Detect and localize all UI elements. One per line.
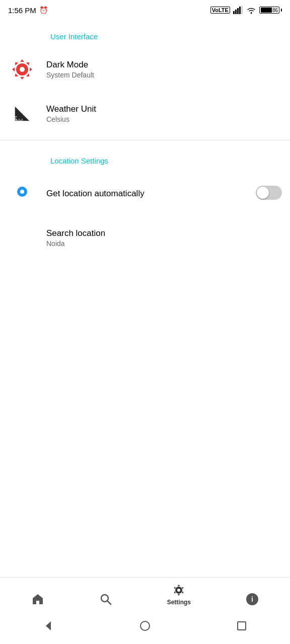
- search-icon: [99, 593, 112, 606]
- nav-item-info[interactable]: i: [238, 591, 267, 608]
- dark-mode-icon-wrap: [8, 55, 36, 84]
- weather-unit-item[interactable]: Weather Unit Celsius: [0, 92, 290, 136]
- svg-marker-34: [178, 594, 180, 596]
- svg-rect-2: [237, 8, 239, 14]
- svg-point-38: [177, 589, 180, 592]
- search-location-icon-wrap: [8, 224, 36, 252]
- search-location-text: Search location Noida: [46, 228, 282, 248]
- svg-text:i: i: [251, 595, 253, 603]
- svg-marker-13: [14, 61, 18, 65]
- svg-marker-41: [46, 621, 51, 630]
- battery-icon: 86: [259, 7, 282, 14]
- status-bar: 1:56 PM ⏰ VoLTE 86: [0, 0, 290, 20]
- bottom-nav-items: Settings i: [0, 582, 290, 608]
- weather-unit-value: Celsius: [46, 115, 282, 123]
- weather-unit-icon: [12, 104, 32, 124]
- weather-unit-label: Weather Unit: [46, 104, 282, 114]
- svg-point-28: [20, 190, 24, 194]
- weather-unit-text: Weather Unit Celsius: [46, 104, 282, 123]
- status-time: 1:56 PM ⏰: [8, 6, 48, 15]
- svg-rect-3: [239, 7, 241, 14]
- svg-point-15: [20, 67, 25, 72]
- info-icon: i: [246, 593, 259, 606]
- bottom-nav: Settings i: [0, 577, 290, 610]
- settings-content: User Interface: [0, 20, 290, 577]
- get-location-item[interactable]: Get location automatically: [0, 172, 290, 216]
- get-location-text: Get location automatically: [46, 189, 256, 199]
- user-interface-title: User Interface: [50, 32, 98, 41]
- signal-icon: [233, 6, 243, 14]
- dark-mode-item[interactable]: Dark Mode System Default: [0, 47, 290, 92]
- svg-rect-1: [235, 10, 237, 14]
- location-settings-header: Location Settings: [0, 144, 290, 172]
- search-location-item[interactable]: Search location Noida: [0, 216, 290, 260]
- location-icon-wrap: [8, 180, 36, 208]
- svg-line-30: [107, 601, 111, 604]
- svg-marker-12: [12, 67, 15, 71]
- dark-mode-icon: [11, 58, 33, 80]
- volte-icon: VoLTE: [210, 7, 230, 14]
- status-icons: VoLTE 86: [210, 6, 282, 14]
- dark-mode-value: System Default: [46, 71, 282, 79]
- svg-marker-8: [30, 67, 32, 71]
- section-user-interface: User Interface: [0, 20, 290, 136]
- toggle-switch[interactable]: [256, 186, 282, 200]
- user-interface-header: User Interface: [0, 20, 290, 47]
- nav-item-search[interactable]: [91, 591, 120, 608]
- back-icon: [43, 620, 54, 631]
- home-button[interactable]: [135, 616, 155, 636]
- svg-marker-6: [20, 59, 24, 62]
- dark-mode-text: Dark Mode System Default: [46, 60, 282, 79]
- svg-marker-31: [178, 585, 180, 586]
- home-circle-icon: [139, 620, 151, 631]
- battery-level: 86: [272, 8, 278, 13]
- svg-rect-43: [238, 622, 246, 630]
- section-divider: [0, 140, 290, 140]
- search-location-label: Search location: [46, 228, 282, 238]
- svg-rect-0: [233, 11, 235, 14]
- get-location-toggle[interactable]: [256, 186, 282, 202]
- system-nav: [0, 610, 290, 644]
- svg-marker-7: [26, 61, 31, 65]
- back-button[interactable]: [38, 616, 58, 636]
- dark-mode-label: Dark Mode: [46, 60, 282, 70]
- recent-icon: [236, 620, 247, 631]
- location-settings-title: Location Settings: [50, 156, 108, 165]
- nav-item-home[interactable]: [23, 591, 52, 608]
- recent-button[interactable]: [232, 616, 252, 636]
- svg-point-42: [140, 621, 150, 630]
- svg-point-5: [250, 13, 252, 14]
- location-pin-icon: [11, 183, 33, 205]
- get-location-label: Get location automatically: [46, 189, 256, 199]
- settings-nav-label: Settings: [167, 599, 191, 606]
- settings-icon: [172, 584, 185, 597]
- svg-marker-11: [14, 73, 18, 78]
- wifi-icon: [246, 6, 256, 14]
- time-text: 1:56 PM: [8, 6, 36, 15]
- weather-unit-icon-wrap: [8, 100, 36, 128]
- svg-marker-10: [20, 77, 24, 79]
- alarm-icon: ⏰: [39, 6, 48, 14]
- search-location-value: Noida: [46, 239, 282, 248]
- svg-rect-4: [241, 6, 243, 14]
- nav-item-settings[interactable]: Settings: [159, 582, 199, 608]
- section-location-settings: Location Settings Get location automatic…: [0, 144, 290, 260]
- toggle-thumb: [257, 187, 269, 199]
- home-icon: [31, 593, 44, 606]
- svg-marker-9: [26, 73, 31, 78]
